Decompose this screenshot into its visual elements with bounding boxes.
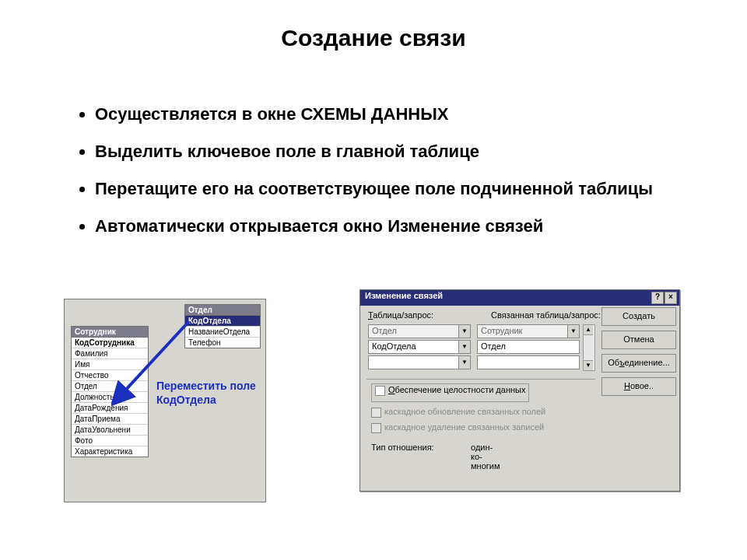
employee-table: Сотрудник КодСотрудника Фамилия Имя Отче… [71,326,149,457]
table-field: НазваниеОтдела [185,327,260,338]
bullet-list: Осуществляется в окне СХЕМЫ ДАННЫХ Выдел… [64,101,717,250]
field-combo-value: КодОтдела [372,341,416,351]
linked-table-label: Связанная таблица/запрос: [491,310,601,320]
bullet-item: Выделить ключевое поле в главной таблице [95,138,717,165]
table-field-selected: КодОтдела [185,316,260,327]
table-field: Характеристика [72,446,148,457]
slide-title: Создание связи [0,25,747,51]
create-button[interactable]: Создать [601,307,676,326]
integrity-checkbox-row[interactable]: Обеспечение целостности данных [371,383,529,402]
close-button[interactable]: × [665,292,677,304]
bullet-item: Перетащите его на соответствующее поле п… [95,176,717,202]
cascade-update-label: каскадное обновление связанных полей [384,407,545,416]
scroll-up-icon[interactable]: ▲ [584,325,593,335]
checkbox-icon [371,423,381,433]
chevron-down-icon[interactable]: ▼ [567,325,579,338]
field-combo-empty[interactable]: ▼ [368,355,471,369]
schema-figure: Сотрудник КодСотрудника Фамилия Имя Отче… [64,299,266,502]
department-table-header: Отдел [185,305,260,316]
table-combo-value: Отдел [372,326,397,335]
linked-field-cell-empty[interactable] [477,355,580,369]
linked-field-cell[interactable]: Отдел [477,340,580,354]
linked-field-value: Отдел [481,341,506,351]
dialog-title-text: Изменение связей [365,291,443,300]
fields-scrollbar[interactable]: ▲ ▼ [583,324,595,371]
field-combo[interactable]: КодОтдела ▼ [368,340,471,354]
bullet-item: Осуществляется в окне СХЕМЫ ДАННЫХ [95,101,717,128]
table-field: КодСотрудника [72,338,148,348]
separator [366,379,595,380]
join-button[interactable]: Объединение... [601,354,676,373]
chevron-down-icon[interactable]: ▼ [458,325,470,338]
cascade-update-row: каскадное обновление связанных полей [371,407,545,422]
linked-table-combo-value: Сотрудник [481,326,522,335]
table-field: Имя [72,359,148,370]
scroll-down-icon[interactable]: ▼ [584,360,593,370]
table-label: Таблица/запрос: [368,310,433,320]
cascade-delete-row: каскадное удаление связанных записей [371,422,545,438]
linked-table-combo[interactable]: Сотрудник ▼ [477,324,580,338]
relation-type-value: один-ко-многим [471,443,500,471]
integrity-label: Обеспечение целостности данных [388,385,525,394]
table-field: ДатаПриема [72,414,148,425]
table-field: ДатаРождения [72,403,148,414]
new-button[interactable]: Новое.. [601,377,676,396]
checkbox-icon[interactable] [375,386,385,396]
table-field: Фамилия [72,348,148,359]
bullet-item: Автоматически открывается окно Изменение… [95,213,717,240]
table-field: Телефон [185,338,260,348]
employee-table-header: Сотрудник [72,327,148,338]
checkbox-icon [371,408,381,418]
relation-type-label: Тип отношения: [371,443,434,452]
dialog-titlebar: Изменение связей ? × [360,290,679,306]
cascade-delete-label: каскадное удаление связанных записей [384,422,544,432]
help-button[interactable]: ? [651,292,664,304]
table-field: Должность [72,392,148,403]
chevron-down-icon[interactable]: ▼ [458,356,470,369]
table-field: Отчество [72,370,148,381]
table-field: Фото [72,436,148,446]
arrow-caption: Переместить поле КодОтдела [156,379,265,407]
chevron-down-icon[interactable]: ▼ [458,341,470,353]
cancel-button[interactable]: Отмена [601,331,676,349]
table-field: ДатаУвольнени [72,425,148,436]
table-field: Отдел [72,381,148,392]
department-table: Отдел КодОтдела НазваниеОтдела Телефон [184,304,261,348]
edit-relations-dialog: Изменение связей ? × Таблица/запрос: Свя… [359,289,680,492]
table-combo[interactable]: Отдел ▼ [368,324,471,338]
